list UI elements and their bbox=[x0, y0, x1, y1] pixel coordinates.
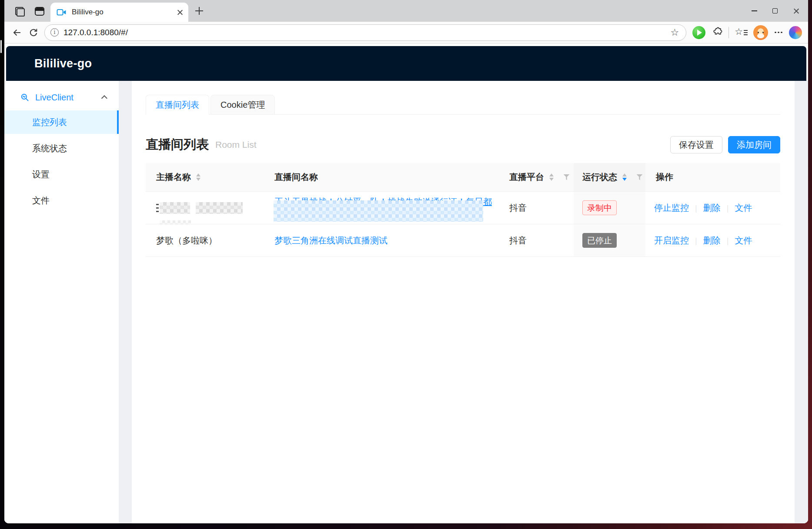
row1-room-title-cell: 王斗无界挑战！分钟平…队！挑战失败送通行证！每日都送! bbox=[264, 192, 499, 224]
files-link[interactable]: 文件 bbox=[735, 202, 752, 214]
tab-cookie-manage[interactable]: Cookie管理 bbox=[211, 95, 275, 115]
filter-icon[interactable] bbox=[563, 174, 570, 180]
toolbar-extensions: ☆ bbox=[692, 25, 802, 40]
browser-menu-icon[interactable] bbox=[774, 30, 783, 35]
app-body: LiveClient 监控列表 系统状态 设置 文件 直播间列表 Cookie管… bbox=[4, 81, 808, 523]
sidebar: LiveClient 监控列表 系统状态 设置 文件 bbox=[4, 81, 119, 523]
back-arrow-icon bbox=[12, 27, 22, 38]
add-room-button[interactable]: 添加房间 bbox=[728, 136, 780, 153]
censored-glyph-fragment bbox=[156, 204, 159, 212]
main-content: 直播间列表 Cookie管理 直播间列表 Room List 保存设置 添加房间… bbox=[132, 81, 795, 523]
sidebar-item-files[interactable]: 文件 bbox=[4, 189, 119, 212]
save-settings-button[interactable]: 保存设置 bbox=[670, 136, 722, 153]
app-brand: Bililive-go bbox=[34, 57, 92, 70]
favorites-icon[interactable]: ☆ bbox=[735, 27, 748, 38]
layout-gutter bbox=[119, 81, 132, 523]
censor-mosaic bbox=[160, 220, 191, 225]
row1-actions-cell: 停止监控 删除 文件 bbox=[645, 192, 780, 224]
monitor-search-icon bbox=[21, 93, 29, 102]
row2-actions-cell: 开启监控 删除 文件 bbox=[645, 224, 780, 257]
sidebar-group-liveclient[interactable]: LiveClient bbox=[4, 87, 119, 108]
start-monitor-link[interactable]: 开启监控 bbox=[654, 235, 689, 246]
room-title-link[interactable]: 梦歌三角洲在线调试直播测试 bbox=[274, 235, 388, 246]
col-header-actions: 操作 bbox=[645, 163, 780, 192]
window-controls bbox=[744, 0, 806, 22]
window-close-button[interactable] bbox=[785, 0, 806, 22]
filter-icon[interactable] bbox=[636, 174, 643, 180]
browser-tab-title: Bililive-go bbox=[72, 8, 177, 17]
tab-room-list[interactable]: 直播间列表 bbox=[146, 95, 209, 115]
delete-link[interactable]: 删除 bbox=[703, 202, 721, 214]
sort-icon[interactable] bbox=[196, 173, 200, 181]
delete-link[interactable]: 删除 bbox=[703, 235, 721, 246]
sidebar-group-label: LiveClient bbox=[35, 93, 74, 103]
censor-mosaic bbox=[196, 202, 243, 214]
browser-titlebar: Bililive-go bbox=[4, 0, 808, 22]
tab-actions-icon[interactable] bbox=[14, 6, 24, 16]
content-tabs: 直播间列表 Cookie管理 bbox=[146, 95, 780, 115]
tab-close-icon[interactable] bbox=[177, 9, 183, 16]
url-text[interactable]: 127.0.0.1:8080/#/ bbox=[63, 28, 667, 37]
row2-platform-cell: 抖音 bbox=[499, 224, 574, 257]
page-subtitle: Room List bbox=[215, 140, 257, 150]
row2-room-title-cell: 梦歌三角洲在线调试直播测试 bbox=[264, 224, 499, 257]
scrollbar-track[interactable] bbox=[795, 81, 808, 523]
extensions-puzzle-icon[interactable] bbox=[711, 27, 723, 38]
sidebar-item-system-status[interactable]: 系统状态 bbox=[4, 136, 119, 160]
extension-play-icon[interactable] bbox=[692, 26, 705, 39]
browser-toolbar: i 127.0.0.1:8080/#/ ☆ ☆ bbox=[4, 22, 808, 43]
address-bar[interactable]: i 127.0.0.1:8080/#/ ☆ bbox=[44, 24, 686, 41]
window-minimize-button[interactable] bbox=[744, 0, 765, 22]
profile-avatar[interactable] bbox=[753, 25, 768, 40]
col-header-anchor-name[interactable]: 主播名称 bbox=[146, 163, 264, 192]
col-header-room-title: 直播间名称 bbox=[264, 163, 499, 192]
new-tab-button[interactable] bbox=[194, 6, 204, 16]
row1-status-cell: 录制中 bbox=[574, 192, 645, 224]
page-toolbar: 直播间列表 Room List 保存设置 添加房间 bbox=[146, 136, 780, 153]
bililive-favicon-icon bbox=[57, 8, 67, 17]
browser-window: Bililive-go i 127.0.0.1:8080/#/ ☆ bbox=[4, 0, 808, 523]
toolbar-divider bbox=[728, 27, 729, 38]
site-info-icon[interactable]: i bbox=[50, 28, 59, 37]
room-title-link[interactable]: 王斗无界挑战！分钟平…队！挑战失败送通行证！每日都送! bbox=[274, 196, 499, 220]
censor-mosaic bbox=[160, 202, 190, 214]
window-maximize-button[interactable] bbox=[765, 0, 785, 22]
sidebar-item-settings[interactable]: 设置 bbox=[4, 163, 119, 186]
refresh-button[interactable] bbox=[25, 24, 42, 41]
censor-mosaic-blue bbox=[274, 200, 483, 222]
bookmark-star-icon[interactable]: ☆ bbox=[667, 27, 682, 38]
status-badge-stopped: 已停止 bbox=[582, 233, 617, 248]
sidebar-item-monitor-list[interactable]: 监控列表 bbox=[4, 110, 119, 134]
back-button[interactable] bbox=[9, 24, 25, 41]
room-table: 主播名称 直播间名称 直播平台 运行状态 bbox=[146, 163, 780, 257]
refresh-icon bbox=[28, 27, 39, 38]
app-header: Bililive-go bbox=[6, 46, 806, 81]
col-header-status[interactable]: 运行状态 bbox=[574, 163, 645, 192]
row2-status-cell: 已停止 bbox=[574, 224, 645, 257]
col-header-platform[interactable]: 直播平台 bbox=[499, 163, 574, 192]
desktop-edge-artifact bbox=[0, 40, 2, 53]
sort-icon[interactable] bbox=[549, 173, 554, 181]
workspaces-icon[interactable] bbox=[34, 6, 44, 16]
sort-icon-active-desc[interactable] bbox=[622, 173, 627, 181]
stop-monitor-link[interactable]: 停止监控 bbox=[654, 202, 689, 214]
files-link[interactable]: 文件 bbox=[735, 235, 752, 246]
status-badge-recording: 录制中 bbox=[582, 200, 617, 215]
row1-platform-cell: 抖音 bbox=[499, 192, 574, 224]
page-title: 直播间列表 bbox=[146, 136, 209, 153]
chevron-up-icon bbox=[101, 95, 107, 101]
row2-anchor-name-cell: 梦歌（多啦咪） bbox=[146, 224, 264, 257]
page-viewport: Bililive-go LiveClient 监控列表 系统状态 设置 文件 bbox=[4, 46, 808, 523]
row1-anchor-name-censored bbox=[146, 192, 264, 224]
copilot-icon[interactable] bbox=[789, 26, 802, 39]
browser-tab[interactable]: Bililive-go bbox=[50, 3, 188, 22]
